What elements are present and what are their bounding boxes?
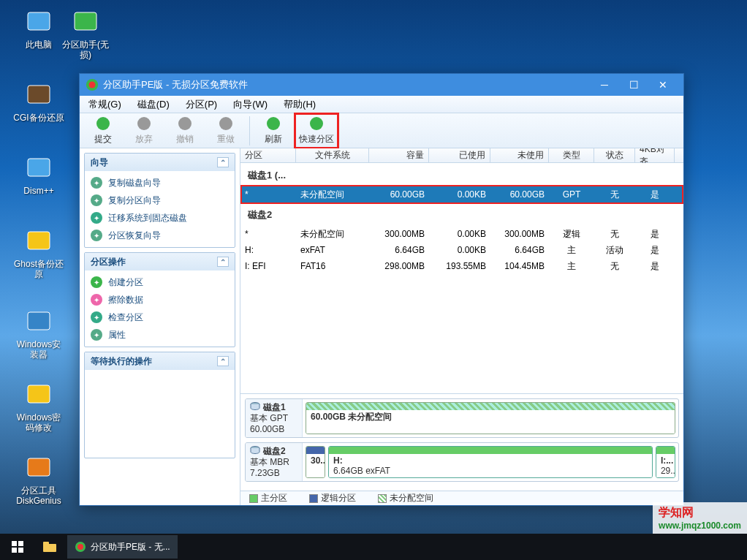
column-header[interactable]: 类型 [549, 148, 594, 162]
table-row[interactable]: *未分配空间60.00GB0.00KB60.00GBGPT无是 [240, 186, 683, 203]
desktop-icon-label: Windows安装器 [13, 339, 64, 360]
table-cell: 活动 [594, 244, 635, 257]
wizard-panel-header[interactable]: 向导 ⌃ [85, 154, 235, 171]
disk-bar[interactable]: I:...29... [656, 446, 675, 478]
svg-rect-0 [28, 12, 50, 30]
重做-button[interactable]: 重做 [205, 115, 246, 147]
desktop-icon[interactable]: Windows密码修改 [13, 380, 64, 433]
logical-swatch [309, 494, 318, 503]
menu-item[interactable]: 常规(G) [84, 97, 126, 113]
table-cell: 主 [549, 260, 594, 273]
svg-point-13 [219, 117, 232, 130]
svg-point-9 [89, 82, 96, 88]
ops-panel: 分区操作 ⌃ ✦创建分区✦擦除数据✦检查分区✦属性 [84, 252, 235, 347]
taskbar-app[interactable]: 分区助手PE版 - 无... [67, 535, 178, 559]
disk-bar[interactable]: 60.00GB 未分配空间 [306, 402, 675, 434]
table-cell: 逻辑 [549, 228, 594, 241]
menu-item[interactable]: 分区(P) [181, 97, 221, 113]
放弃-button[interactable]: 放弃 [124, 115, 164, 147]
disk2-group-title: 磁盘2 [240, 203, 683, 226]
column-header[interactable]: 文件系统 [296, 148, 369, 162]
desktop-icon[interactable]: 此电脑 [13, 7, 64, 50]
legend-primary: 主分区 [261, 493, 287, 503]
table-cell: 104.45MB [490, 261, 549, 271]
panel-item[interactable]: ✦检查分区 [86, 309, 233, 326]
minimize-button[interactable]: ─ [590, 77, 619, 92]
table-cell: * [240, 229, 296, 239]
table-cell: 0.00KB [429, 245, 490, 255]
panel-item[interactable]: ✦复制分区向导 [86, 192, 233, 209]
disk-icon [308, 116, 325, 132]
disk-bar[interactable]: H:6.64GB exFAT [328, 446, 653, 478]
toolbar-label: 刷新 [265, 133, 282, 145]
desktop-icon[interactable]: CGI备份还原 [13, 80, 64, 123]
disk-map-row[interactable]: 磁盘2 基本 MBR 7.23GB 30...H:6.64GB exFATI:.… [245, 442, 679, 482]
column-header[interactable]: 未使用 [490, 148, 549, 162]
desktop-icon[interactable]: 分区助手(无损) [60, 7, 111, 60]
svg-point-14 [267, 117, 280, 130]
ops-panel-header[interactable]: 分区操作 ⌃ [85, 253, 235, 270]
disk-map-row[interactable]: 磁盘1 基本 GPT 60.00GB 60.00GB 未分配空间 [245, 398, 679, 438]
wizard-panel-title: 向导 [91, 156, 108, 169]
maximize-button[interactable]: ☐ [619, 77, 648, 92]
panel-item[interactable]: ✦擦除数据 [86, 291, 233, 309]
column-header[interactable]: 容量 [369, 148, 429, 162]
table-cell: 未分配空间 [296, 189, 369, 201]
table-cell: GPT [549, 189, 594, 200]
panel-item-icon: ✦ [91, 212, 102, 224]
panel-item[interactable]: ✦复制磁盘向导 [86, 174, 233, 192]
panel-item[interactable]: ✦分区恢复向导 [86, 227, 233, 244]
app-icon [24, 80, 53, 110]
刷新-button[interactable]: 刷新 [253, 115, 294, 147]
table-cell: 是 [635, 244, 675, 257]
app-icon [24, 380, 53, 409]
panel-item-icon: ✦ [91, 329, 102, 341]
column-header[interactable]: 分区 [240, 148, 296, 162]
collapse-icon[interactable]: ⌃ [217, 257, 229, 267]
app-window: 分区助手PE版 - 无损分区免费软件 ─ ☐ ✕ 常规(G)磁盘(D)分区(P)… [79, 73, 684, 506]
pending-panel: 等待执行的操作 ⌃ [84, 352, 235, 458]
提交-button[interactable]: 提交 [83, 115, 124, 147]
svg-rect-7 [28, 458, 50, 476]
panel-item[interactable]: ✦属性 [86, 326, 233, 344]
titlebar[interactable]: 分区助手PE版 - 无损分区免费软件 ─ ☐ ✕ [80, 74, 683, 96]
collapse-icon[interactable]: ⌃ [217, 356, 229, 366]
panel-item[interactable]: ✦创建分区 [86, 273, 233, 291]
desktop-icon-label: 分区助手(无损) [60, 39, 111, 60]
highlight-box: 快速分区 [294, 113, 339, 149]
disk-bar[interactable]: 30... [306, 446, 325, 478]
left-panel: 向导 ⌃ ✦复制磁盘向导✦复制分区向导✦迁移系统到固态磁盘✦分区恢复向导 分区操… [80, 148, 240, 505]
desktop-icon[interactable]: 分区工具DiskGenius [13, 453, 64, 506]
column-header[interactable]: 已使用 [429, 148, 490, 162]
menu-item[interactable]: 帮助(H) [279, 97, 320, 113]
desktop-icon[interactable]: Ghost备份还原 [13, 227, 64, 279]
window-title: 分区助手PE版 - 无损分区免费软件 [103, 78, 590, 91]
toolbar-label: 放弃 [135, 133, 153, 145]
快速分区-button[interactable]: 快速分区 [296, 115, 337, 147]
panel-item-icon: ✦ [91, 177, 102, 189]
svg-rect-23 [43, 542, 49, 545]
撤销-button[interactable]: 撤销 [164, 115, 205, 147]
desktop-icon[interactable]: Dism++ [13, 154, 64, 196]
table-row[interactable]: H:exFAT6.64GB0.00KB6.64GB主活动是 [240, 242, 683, 258]
start-button[interactable] [3, 535, 32, 559]
pending-panel-header[interactable]: 等待执行的操作 ⌃ [85, 352, 235, 370]
column-header[interactable]: 4KB对齐 [635, 148, 675, 162]
app-icon [71, 7, 100, 37]
disk-map-label: 磁盘2 基本 MBR 7.23GB [246, 443, 303, 481]
table-row[interactable]: *未分配空间300.00MB0.00KB300.00MB逻辑无是 [240, 226, 683, 242]
legend-logical: 逻辑分区 [321, 493, 356, 503]
desktop-icon[interactable]: Windows安装器 [13, 307, 64, 360]
close-button[interactable]: ✕ [648, 77, 678, 92]
table-cell: I: EFI [240, 261, 296, 271]
menu-item[interactable]: 向导(W) [229, 97, 272, 113]
panel-item[interactable]: ✦迁移系统到固态磁盘 [86, 209, 233, 227]
primary-swatch [249, 494, 258, 503]
column-header[interactable]: 状态 [594, 148, 635, 162]
pending-panel-title: 等待执行的操作 [91, 355, 152, 368]
collapse-icon[interactable]: ⌃ [217, 157, 229, 167]
taskbar-explorer[interactable] [35, 535, 64, 559]
table-row[interactable]: I: EFIFAT16298.00MB193.55MB104.45MB主无是 [240, 258, 683, 274]
menu-item[interactable]: 磁盘(D) [133, 97, 174, 113]
svg-rect-20 [12, 548, 17, 553]
